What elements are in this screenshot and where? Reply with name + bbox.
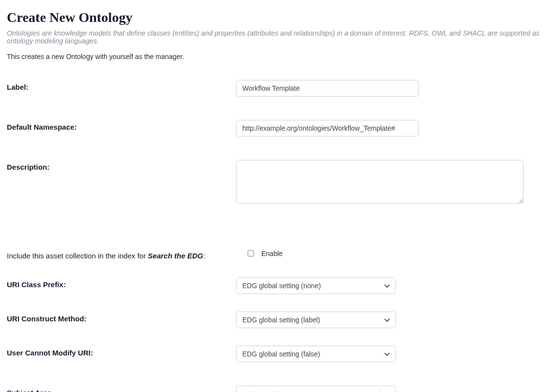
enable-checkbox[interactable] [248, 250, 254, 256]
intro-line: This creates a new Ontology with yoursel… [7, 53, 541, 60]
namespace-input[interactable] [236, 120, 419, 137]
uri-class-prefix-select[interactable]: EDG global setting (none) [236, 277, 396, 294]
select-divider [379, 389, 380, 392]
user-cannot-modify-uri-select[interactable]: EDG global setting (false) [236, 346, 396, 362]
label-input[interactable] [236, 80, 419, 97]
subject-area-label: Subject Area [7, 386, 236, 392]
intro-italic: Ontologies are knowledge models that def… [7, 29, 541, 45]
namespace-label: Default Namespace: [7, 120, 236, 131]
search-index-label-suffix: : [203, 252, 205, 260]
uri-construct-method-label: URI Construct Method: [7, 312, 236, 323]
uri-construct-method-select[interactable]: EDG global setting (label) [236, 312, 396, 328]
subject-area-select[interactable]: Select Subject Area [236, 386, 396, 392]
page-title: Create New Ontology [7, 10, 541, 25]
label-label: Label: [7, 80, 236, 91]
user-cannot-modify-uri-label: User Cannot Modify URI: [7, 346, 236, 357]
search-index-label-prefix: Include this asset collection in the ind… [7, 252, 148, 260]
uri-class-prefix-label: URI Class Prefix: [7, 277, 236, 289]
enable-checkbox-label: Enable [261, 250, 283, 257]
search-index-label-italic: Search the EDG [148, 252, 203, 260]
description-label: Description: [7, 160, 236, 171]
description-input[interactable] [236, 160, 524, 204]
search-index-label: Include this asset collection in the ind… [7, 249, 236, 260]
